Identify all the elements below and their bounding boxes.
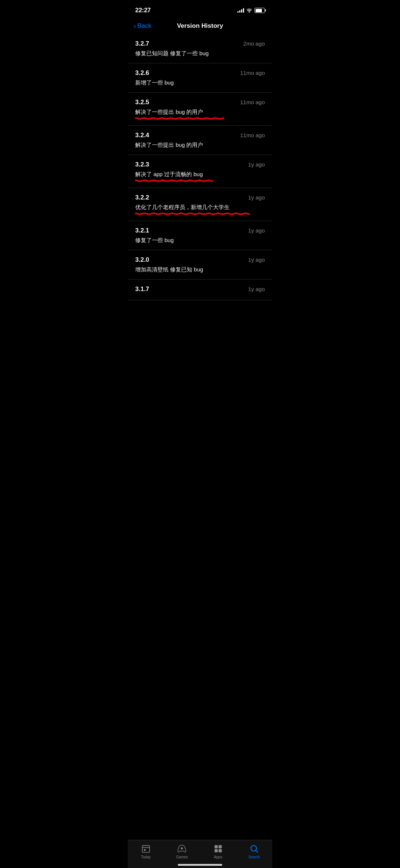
version-item-v317: 3.1.71y ago [128, 280, 272, 300]
version-number-v324: 3.2.4 [135, 132, 149, 139]
version-item-v322: 3.2.21y ago优化了几个老程序员，新增几个大学生 [128, 188, 272, 221]
back-chevron-icon: ‹ [134, 23, 136, 29]
signal-icon [237, 8, 244, 13]
version-time-v326: 11mo ago [240, 70, 265, 76]
version-number-v323: 3.2.3 [135, 161, 149, 168]
version-time-v321: 1y ago [248, 227, 265, 234]
battery-icon [254, 8, 265, 13]
status-bar: 22:27 [128, 0, 272, 19]
version-time-v324: 11mo ago [240, 132, 265, 138]
version-item-v326: 3.2.611mo ago新增了一些 bug [128, 63, 272, 93]
red-scribble-v325 [135, 116, 224, 120]
version-desc-v326: 新增了一些 bug [135, 79, 265, 86]
version-time-v327: 2mo ago [243, 40, 265, 47]
back-button[interactable]: ‹ Back [134, 22, 151, 30]
back-label: Back [137, 22, 151, 30]
version-item-v327: 3.2.72mo ago修复已知问题 修复了一些 bug [128, 34, 272, 63]
version-time-v325: 11mo ago [240, 99, 265, 105]
version-number-v322: 3.2.2 [135, 194, 149, 201]
version-item-v325: 3.2.511mo ago解决了一些提出 bug 的用户 [128, 93, 272, 126]
version-number-v326: 3.2.6 [135, 69, 149, 77]
red-scribble-v322 [135, 212, 250, 215]
version-time-v317: 1y ago [248, 286, 265, 292]
status-time: 22:27 [135, 7, 151, 14]
version-item-v321: 3.2.11y ago修复了一些 bug [128, 221, 272, 250]
version-item-v320: 3.2.01y ago增加高清壁纸 修复已知 bug [128, 250, 272, 280]
version-number-v321: 3.2.1 [135, 227, 149, 234]
version-desc-v322: 优化了几个老程序员，新增几个大学生 [135, 203, 265, 211]
version-desc-v323: 解决了 app 过于流畅的 bug [135, 170, 265, 178]
wifi-icon [246, 8, 252, 13]
page-title: Version History [177, 22, 223, 30]
red-scribble-v323 [135, 179, 213, 182]
version-item-v324: 3.2.411mo ago解决了一些提出 bug 的用户 [128, 126, 272, 155]
status-icons [237, 8, 265, 13]
version-desc-v325: 解决了一些提出 bug 的用户 [135, 108, 265, 116]
version-time-v323: 1y ago [248, 161, 265, 168]
navigation-bar: ‹ Back Version History [128, 19, 272, 34]
version-item-v323: 3.2.31y ago解决了 app 过于流畅的 bug [128, 155, 272, 188]
version-time-v320: 1y ago [248, 257, 265, 263]
version-number-v327: 3.2.7 [135, 40, 149, 47]
version-desc-v324: 解决了一些提出 bug 的用户 [135, 141, 265, 149]
version-number-v317: 3.1.7 [135, 286, 149, 293]
version-desc-v320: 增加高清壁纸 修复已知 bug [135, 265, 265, 273]
version-desc-v321: 修复了一些 bug [135, 236, 265, 244]
version-number-v325: 3.2.5 [135, 99, 149, 106]
version-desc-v327: 修复已知问题 修复了一些 bug [135, 49, 265, 57]
version-number-v320: 3.2.0 [135, 256, 149, 264]
version-list: 3.2.72mo ago修复已知问题 修复了一些 bug3.2.611mo ag… [128, 34, 272, 334]
version-time-v322: 1y ago [248, 194, 265, 201]
